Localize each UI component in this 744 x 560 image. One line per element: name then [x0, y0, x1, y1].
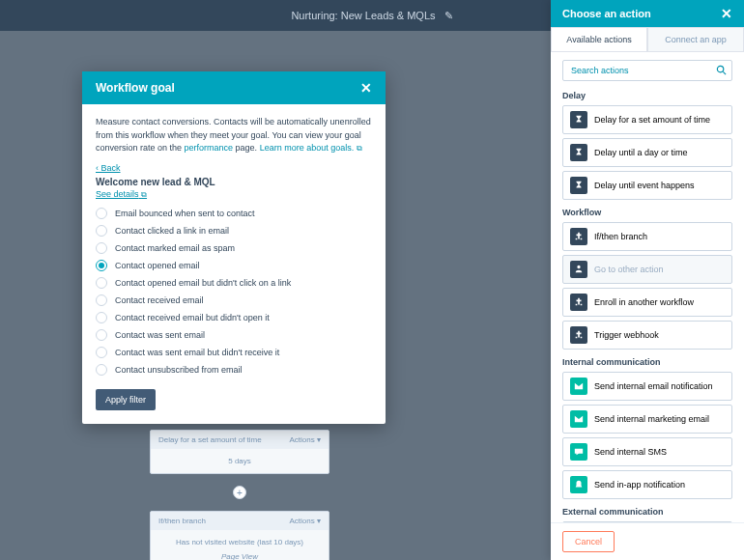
- external-link-icon: ⧉: [141, 190, 147, 199]
- branch-icon: [570, 326, 587, 344]
- cancel-button[interactable]: Cancel: [562, 531, 615, 552]
- hourglass-icon: [570, 111, 587, 128]
- action-label: Enroll in another workflow: [594, 297, 694, 307]
- action-label: Delay for a set amount of time: [594, 115, 710, 125]
- bell-icon: [570, 476, 587, 493]
- search-row: [562, 60, 732, 81]
- node-body: 5 days: [151, 449, 329, 473]
- branch-icon: [570, 228, 587, 245]
- svg-line-1: [723, 71, 726, 74]
- branch-icon: [570, 294, 587, 311]
- back-link[interactable]: ‹ Back: [96, 163, 372, 173]
- radio-option[interactable]: Contact received email: [96, 294, 372, 306]
- action-label: Send internal marketing email: [594, 414, 709, 424]
- person-arrow-icon: [570, 261, 587, 278]
- node-title: If/then branch: [158, 517, 206, 525]
- radio-option[interactable]: Email bounced when sent to contact: [96, 208, 372, 219]
- close-icon[interactable]: ✕: [360, 81, 372, 95]
- radio-option[interactable]: Contact was sent email but didn't receiv…: [96, 347, 372, 358]
- action-item[interactable]: If/then branch: [562, 222, 732, 251]
- node-actions-menu[interactable]: Actions ▾: [290, 517, 321, 525]
- panel-tabs: Available actions Connect an app: [551, 27, 744, 52]
- external-link-icon: ⧉: [357, 144, 362, 153]
- action-item[interactable]: Delay until a day or time: [562, 138, 732, 167]
- radio-label: Contact marked email as spam: [115, 243, 235, 253]
- plus-icon[interactable]: +: [233, 486, 246, 499]
- search-icon[interactable]: [716, 65, 727, 77]
- radio-icon[interactable]: [96, 312, 107, 323]
- action-panel: Choose an action ✕ Available actions Con…: [551, 0, 744, 560]
- action-item[interactable]: Send in-app notification: [562, 470, 732, 499]
- radio-option[interactable]: Contact clicked a link in email: [96, 225, 372, 237]
- tab-connect-app[interactable]: Connect an app: [647, 27, 744, 51]
- radio-icon[interactable]: [96, 260, 107, 271]
- search-input[interactable]: [562, 60, 732, 81]
- panel-footer: Cancel: [551, 522, 744, 560]
- modal-description: Measure contact conversions. Contacts wi…: [96, 116, 372, 155]
- radio-option[interactable]: Contact opened email but didn't click on…: [96, 277, 372, 289]
- group-label: External communication: [562, 507, 732, 517]
- close-icon[interactable]: ✕: [721, 7, 732, 20]
- branch-sub: Page View: [158, 552, 321, 560]
- action-label: Go to other action: [594, 265, 664, 274]
- action-item[interactable]: Delay for a set amount of time: [562, 105, 732, 134]
- action-label: Trigger webhook: [594, 330, 659, 340]
- radio-icon[interactable]: [96, 347, 107, 358]
- radio-icon[interactable]: [96, 364, 107, 376]
- action-item[interactable]: Enroll in another workflow: [562, 288, 732, 317]
- radio-option[interactable]: Contact was sent email: [96, 329, 372, 341]
- branch-node[interactable]: If/then branch Actions ▾ Has not visited…: [150, 511, 329, 560]
- modal-title: Workflow goal: [96, 81, 175, 95]
- chat-icon: [570, 443, 587, 461]
- learn-more-link[interactable]: Learn more about goals. ⧉: [260, 143, 362, 153]
- panel-title: Choose an action: [562, 8, 651, 19]
- radio-icon[interactable]: [96, 294, 107, 306]
- tab-available-actions[interactable]: Available actions: [551, 27, 647, 51]
- panel-header: Choose an action ✕: [551, 0, 744, 27]
- performance-link[interactable]: performance: [185, 143, 234, 153]
- radio-label: Contact unsubscribed from email: [115, 365, 243, 375]
- radio-icon[interactable]: [96, 208, 107, 219]
- radio-option[interactable]: Contact marked email as spam: [96, 242, 372, 254]
- action-item[interactable]: Send internal marketing email: [562, 405, 732, 434]
- radio-label: Contact opened email but didn't click on…: [115, 278, 291, 288]
- group-label: Internal communication: [562, 357, 732, 367]
- hourglass-icon: [570, 144, 587, 161]
- action-label: Send internal email notification: [594, 381, 713, 391]
- action-item[interactable]: Trigger webhook: [562, 321, 732, 350]
- action-label: Send internal SMS: [594, 447, 667, 457]
- action-item: Go to other action: [562, 255, 732, 284]
- node-actions-menu[interactable]: Actions ▾: [290, 435, 321, 444]
- action-item[interactable]: Send internal email notification: [562, 372, 732, 401]
- radio-option[interactable]: Contact unsubscribed from email: [96, 364, 372, 376]
- apply-filter-button[interactable]: Apply filter: [96, 389, 156, 410]
- radio-option[interactable]: Contact received email but didn't open i…: [96, 312, 372, 323]
- radio-icon[interactable]: [96, 225, 107, 237]
- modal-header: Workflow goal ✕: [82, 71, 386, 104]
- edit-icon[interactable]: ✎: [444, 10, 453, 22]
- radio-option[interactable]: Contact opened email: [96, 260, 372, 271]
- radio-label: Email bounced when sent to contact: [115, 209, 255, 218]
- action-item[interactable]: Delay until event happens: [562, 171, 732, 200]
- action-item[interactable]: Send internal SMS: [562, 437, 732, 466]
- group-label: Workflow: [562, 208, 732, 217]
- mail-icon: [570, 410, 587, 428]
- see-details-link[interactable]: See details ⧉: [96, 189, 147, 200]
- radio-icon[interactable]: [96, 329, 107, 341]
- delay-node[interactable]: Delay for a set amount of time Actions ▾…: [150, 430, 329, 474]
- branch-condition: Has not visited website (last 10 days): [158, 538, 321, 546]
- workflow-goal-modal: Workflow goal ✕ Measure contact conversi…: [82, 71, 386, 424]
- action-label: Delay until event happens: [594, 181, 695, 190]
- radio-icon[interactable]: [96, 242, 107, 254]
- radio-label: Contact clicked a link in email: [115, 226, 229, 236]
- action-label: If/then branch: [594, 232, 647, 241]
- radio-label: Contact received email but didn't open i…: [115, 313, 270, 322]
- radio-icon[interactable]: [96, 277, 107, 289]
- radio-list: Email bounced when sent to contactContac…: [96, 208, 372, 376]
- action-label: Send in-app notification: [594, 480, 685, 490]
- radio-label: Contact was sent email but didn't receiv…: [115, 348, 279, 357]
- svg-point-0: [717, 66, 723, 71]
- group-label: Delay: [562, 91, 732, 100]
- radio-label: Contact opened email: [115, 261, 200, 270]
- goal-title: Welcome new lead & MQL: [96, 177, 372, 187]
